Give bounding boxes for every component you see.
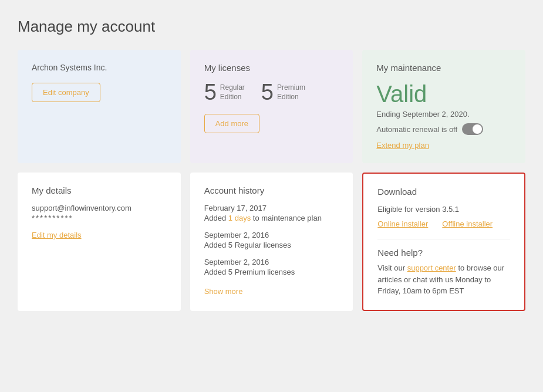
- edit-company-button[interactable]: Edit company: [32, 83, 100, 102]
- regular-license-item: 5 RegularEdition: [204, 81, 245, 103]
- download-links-row: Online installer Offline installer: [377, 219, 510, 228]
- premium-count: 5: [261, 81, 274, 103]
- licenses-card: My licenses 5 RegularEdition 5 PremiumEd…: [190, 50, 353, 163]
- premium-license-item: 5 PremiumEdition: [261, 81, 305, 103]
- main-grid: Archon Systems Inc. Edit company My lice…: [18, 50, 525, 311]
- renewal-text: Automatic renewal is off: [376, 125, 457, 134]
- add-more-button[interactable]: Add more: [204, 114, 259, 133]
- details-card: My details support@inflowinventory.com *…: [18, 173, 181, 311]
- company-name: Archon Systems Inc.: [32, 63, 167, 72]
- download-section: Download Eligible for version 3.5.1 Onli…: [377, 187, 510, 228]
- need-help-section: Need help? Visit our support center to b…: [377, 239, 510, 297]
- download-eligible: Eligible for version 3.5.1: [377, 205, 510, 214]
- details-title: My details: [32, 185, 167, 195]
- download-card: Download Eligible for version 3.5.1 Onli…: [362, 173, 525, 311]
- licenses-title: My licenses: [204, 63, 339, 73]
- help-text-before: Visit our: [377, 263, 407, 272]
- page-title: Manage my account: [18, 18, 525, 36]
- maintenance-title: My maintenance: [376, 63, 511, 73]
- premium-label: PremiumEdition: [277, 83, 305, 102]
- history-date-1: September 2, 2016: [204, 231, 339, 239]
- maintenance-ending: Ending September 2, 2020.: [376, 110, 511, 119]
- history-highlight-0: 1 days: [228, 214, 251, 222]
- license-counts-row: 5 RegularEdition 5 PremiumEdition: [204, 81, 339, 103]
- details-email: support@inflowinventory.com: [32, 204, 167, 212]
- history-desc-text-0: Added: [204, 214, 228, 222]
- history-entry-1: September 2, 2016 Added 5 Regular licens…: [204, 231, 339, 249]
- need-help-text: Visit our support center to browse our a…: [377, 262, 510, 297]
- history-date-0: February 17, 2017: [204, 204, 339, 212]
- history-desc2-0: to maintenance plan: [251, 214, 322, 222]
- history-title: Account history: [204, 185, 339, 195]
- download-title: Download: [377, 187, 510, 197]
- maintenance-status: Valid: [376, 81, 511, 107]
- support-center-link[interactable]: support center: [407, 263, 456, 272]
- history-card: Account history February 17, 2017 Added …: [190, 173, 353, 311]
- renewal-toggle[interactable]: [462, 123, 483, 135]
- company-card: Archon Systems Inc. Edit company: [18, 50, 181, 163]
- regular-label: RegularEdition: [220, 83, 245, 102]
- regular-count: 5: [204, 81, 217, 103]
- history-desc-2: Added 5 Premium licenses: [204, 268, 339, 276]
- extend-plan-link[interactable]: Extend my plan: [376, 141, 429, 150]
- history-entry-2: September 2, 2016 Added 5 Premium licens…: [204, 258, 339, 276]
- renewal-row: Automatic renewal is off: [376, 123, 511, 135]
- maintenance-card: My maintenance Valid Ending September 2,…: [362, 50, 525, 163]
- history-date-2: September 2, 2016: [204, 258, 339, 266]
- history-desc-0: Added 1 days to maintenance plan: [204, 214, 339, 222]
- edit-details-link[interactable]: Edit my details: [32, 231, 82, 239]
- history-entry-0: February 17, 2017 Added 1 days to mainte…: [204, 204, 339, 222]
- offline-installer-link[interactable]: Offline installer: [442, 219, 493, 228]
- need-help-title: Need help?: [377, 248, 510, 258]
- online-installer-link[interactable]: Online installer: [377, 219, 428, 228]
- history-desc-1: Added 5 Regular licenses: [204, 241, 339, 249]
- details-password: **********: [32, 214, 167, 222]
- show-more-link[interactable]: Show more: [204, 287, 243, 296]
